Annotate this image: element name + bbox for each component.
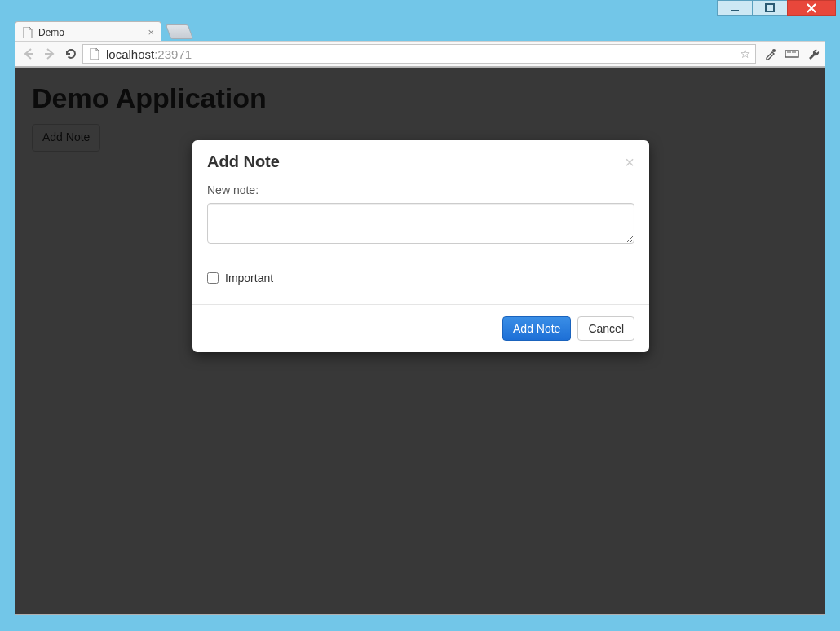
ruler-icon[interactable] [784,46,800,62]
arrow-left-icon [21,46,36,61]
tab-close-icon[interactable]: × [148,26,154,38]
modal-title: Add Note [207,152,280,171]
window-caption-buttons [718,0,836,16]
minimize-icon [730,3,740,13]
eyedropper-icon[interactable] [763,46,779,62]
add-note-modal: Add Note × New note: Important Add Note … [192,140,649,352]
modal-close-button[interactable]: × [625,154,634,170]
browser-toolbar: localhost:23971 ☆ [15,41,825,67]
window-close-button[interactable] [787,0,836,16]
important-checkbox-row: Important [207,271,634,285]
modal-body: New note: Important [192,183,649,304]
modal-header: Add Note × [192,140,649,183]
svg-rect-0 [731,10,739,11]
new-note-label: New note: [207,183,634,196]
url-host: localhost [106,47,154,61]
new-tab-button[interactable] [166,24,194,39]
new-note-textarea[interactable] [207,203,634,244]
browser-tab[interactable]: Demo × [15,21,161,42]
important-label: Important [225,271,273,285]
page-viewport: Demo Application Add Note Add Note × New… [15,67,825,615]
svg-rect-1 [766,4,774,11]
svg-point-2 [772,49,776,52]
browser-window: Demo × localhost:23971 ☆ [0,0,840,631]
address-bar[interactable]: localhost:23971 ☆ [82,44,756,64]
tab-strip: Demo × [15,20,825,42]
window-minimize-button[interactable] [717,0,753,16]
modal-footer: Add Note Cancel [192,304,649,352]
reload-button[interactable] [61,44,81,64]
window-maximize-button[interactable] [752,0,788,16]
bookmark-star-icon[interactable]: ☆ [740,46,750,61]
maximize-icon [765,3,775,13]
tab-title: Demo [38,27,148,38]
important-checkbox[interactable] [207,272,219,284]
arrow-right-icon [42,46,57,61]
modal-cancel-button[interactable]: Cancel [577,316,634,341]
forward-button[interactable] [40,44,60,64]
page-icon [22,27,33,38]
wrench-icon[interactable] [805,46,821,62]
back-button[interactable] [19,44,38,64]
close-icon: × [625,153,634,171]
close-icon [806,2,817,14]
window-titlebar [0,0,840,22]
extension-icons [763,46,821,62]
url-port: :23971 [154,47,192,61]
svg-rect-3 [785,51,798,57]
modal-submit-button[interactable]: Add Note [502,316,571,341]
site-icon [88,47,101,60]
reload-icon [64,46,78,61]
